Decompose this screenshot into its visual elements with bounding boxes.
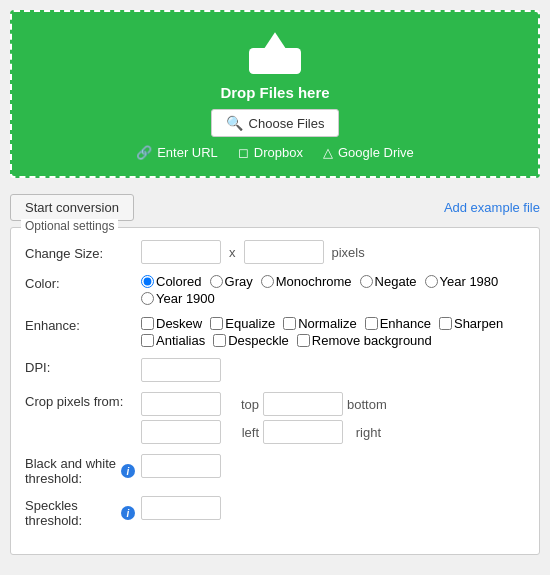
search-icon: 🔍 (226, 115, 243, 131)
width-input[interactable] (141, 240, 221, 264)
drop-text: Drop Files here (220, 84, 329, 101)
normalize-checkbox[interactable] (283, 317, 296, 330)
enhance-options: Deskew Equalize Normalize Enhance Sharpe… (141, 316, 525, 348)
bw-row: Black and white threshold: i (25, 454, 525, 486)
enhance-sharpen-option[interactable]: Sharpen (439, 316, 503, 331)
pixels-label: pixels (332, 245, 365, 260)
crop-row: Crop pixels from: top bottom left right (25, 392, 525, 444)
dpi-content (141, 358, 525, 382)
equalize-checkbox[interactable] (210, 317, 223, 330)
settings-box: Optional settings Change Size: x pixels … (10, 227, 540, 555)
enter-url-link[interactable]: 🔗 Enter URL (136, 145, 218, 160)
bw-info-icon[interactable]: i (121, 464, 135, 478)
enhance-equalize-option[interactable]: Equalize (210, 316, 275, 331)
dpi-row: DPI: (25, 358, 525, 382)
speckles-info-icon[interactable]: i (121, 506, 135, 520)
crop-content: top bottom left right (141, 392, 525, 444)
settings-legend: Optional settings (21, 219, 118, 233)
enhance-despeckle-option[interactable]: Despeckle (213, 333, 289, 348)
color-negate-label: Negate (375, 274, 417, 289)
crop-right-input[interactable] (263, 420, 343, 444)
antialias-checkbox[interactable] (141, 334, 154, 347)
color-negate-radio[interactable] (360, 275, 373, 288)
link-icon: 🔗 (136, 145, 152, 160)
x-separator: x (229, 245, 236, 260)
antialias-label: Antialias (156, 333, 205, 348)
change-size-row: Change Size: x pixels (25, 240, 525, 264)
crop-bottom-input[interactable] (263, 392, 343, 416)
crop-top-label: top (225, 397, 259, 412)
color-monochrome-radio[interactable] (261, 275, 274, 288)
crop-left-input[interactable] (141, 420, 221, 444)
bw-label: Black and white threshold: i (25, 454, 135, 486)
enhance-label: Enhance: (25, 316, 135, 333)
google-drive-link[interactable]: △ Google Drive (323, 145, 414, 160)
crop-bottom-label: bottom (347, 397, 381, 412)
color-year1980-radio[interactable] (425, 275, 438, 288)
crop-top-row: top bottom (141, 392, 381, 416)
color-colored-radio[interactable] (141, 275, 154, 288)
color-colored-label: Colored (156, 274, 202, 289)
color-gray-label: Gray (225, 274, 253, 289)
dpi-label: DPI: (25, 358, 135, 375)
crop-right-label: right (347, 425, 381, 440)
bw-content (141, 454, 525, 478)
upload-icon (249, 32, 301, 76)
add-example-link[interactable]: Add example file (444, 200, 540, 215)
crop-top-input[interactable] (141, 392, 221, 416)
equalize-label: Equalize (225, 316, 275, 331)
choose-files-label: Choose Files (249, 116, 325, 131)
color-negate-option[interactable]: Negate (360, 274, 417, 289)
despeckle-label: Despeckle (228, 333, 289, 348)
crop-left-row: left right (141, 420, 381, 444)
color-gray-option[interactable]: Gray (210, 274, 253, 289)
upload-area[interactable]: Drop Files here 🔍 Choose Files 🔗 Enter U… (10, 10, 540, 178)
color-radio-group: Colored Gray Monochrome Negate Year 1980 (141, 274, 525, 306)
enhance-normalize-option[interactable]: Normalize (283, 316, 357, 331)
enhance-enhance-label: Enhance (380, 316, 431, 331)
color-monochrome-label: Monochrome (276, 274, 352, 289)
speckles-label: Speckles threshold: i (25, 496, 135, 528)
bw-threshold-input[interactable] (141, 454, 221, 478)
color-gray-radio[interactable] (210, 275, 223, 288)
normalize-label: Normalize (298, 316, 357, 331)
speckles-row: Speckles threshold: i (25, 496, 525, 528)
despeckle-checkbox[interactable] (213, 334, 226, 347)
choose-files-button[interactable]: 🔍 Choose Files (211, 109, 340, 137)
enhance-row: Enhance: Deskew Equalize Normalize Enhan… (25, 316, 525, 348)
speckles-content (141, 496, 525, 520)
deskew-checkbox[interactable] (141, 317, 154, 330)
color-year1900-option[interactable]: Year 1900 (141, 291, 215, 306)
color-monochrome-option[interactable]: Monochrome (261, 274, 352, 289)
enhance-checkbox-group: Deskew Equalize Normalize Enhance Sharpe… (141, 316, 525, 348)
color-year1900-radio[interactable] (141, 292, 154, 305)
color-options: Colored Gray Monochrome Negate Year 1980 (141, 274, 525, 306)
crop-left-label: left (225, 425, 259, 440)
enhance-checkbox[interactable] (365, 317, 378, 330)
start-conversion-button[interactable]: Start conversion (10, 194, 134, 221)
change-size-content: x pixels (141, 240, 525, 264)
svg-rect-2 (272, 39, 279, 56)
change-size-label: Change Size: (25, 244, 135, 261)
height-input[interactable] (244, 240, 324, 264)
color-row: Color: Colored Gray Monochrome Negate (25, 274, 525, 306)
enhance-enhance-option[interactable]: Enhance (365, 316, 431, 331)
dpi-input[interactable] (141, 358, 221, 382)
sharpen-checkbox[interactable] (439, 317, 452, 330)
color-colored-option[interactable]: Colored (141, 274, 202, 289)
color-year1900-label: Year 1900 (156, 291, 215, 306)
drive-icon: △ (323, 145, 333, 160)
enhance-deskew-option[interactable]: Deskew (141, 316, 202, 331)
dropbox-link[interactable]: ◻ Dropbox (238, 145, 303, 160)
enhance-removebg-option[interactable]: Remove background (297, 333, 432, 348)
color-year1980-label: Year 1980 (440, 274, 499, 289)
speckles-threshold-input[interactable] (141, 496, 221, 520)
removebg-label: Remove background (312, 333, 432, 348)
color-year1980-option[interactable]: Year 1980 (425, 274, 499, 289)
upload-links: 🔗 Enter URL ◻ Dropbox △ Google Drive (136, 145, 414, 160)
deskew-label: Deskew (156, 316, 202, 331)
enhance-antialias-option[interactable]: Antialias (141, 333, 205, 348)
dropbox-icon: ◻ (238, 145, 249, 160)
speckles-label-row: Speckles threshold: i (25, 498, 135, 528)
removebg-checkbox[interactable] (297, 334, 310, 347)
